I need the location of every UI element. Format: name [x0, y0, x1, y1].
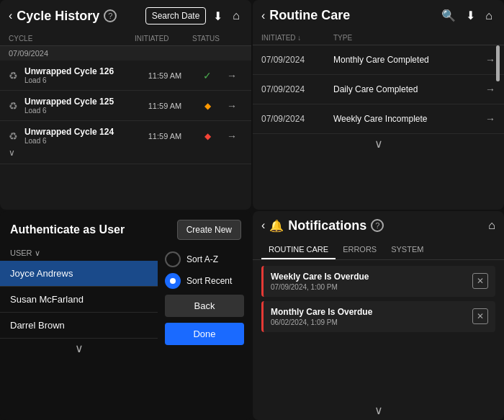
- cycle-name: Unwrapped Cycle 125: [24, 97, 133, 107]
- list-item[interactable]: 07/09/2024 Daily Care Completed →: [253, 75, 504, 104]
- auth-title: Authenticate as User: [10, 223, 125, 236]
- notifications-list: Weekly Care Is Overdue 07/09/2024, 1:00 …: [253, 260, 504, 401]
- list-item[interactable]: 07/09/2024 Weekly Care Incomplete →: [253, 104, 504, 134]
- cycle-biohazard-icon: ♻: [9, 70, 22, 81]
- col-cycle: CYCLE: [9, 35, 135, 43]
- cycle-expand-icon[interactable]: ∨: [9, 148, 22, 158]
- cycle-date-group: 07/09/2024: [0, 46, 251, 61]
- notif-content: Weekly Care Is Overdue 07/09/2024, 1:00 …: [271, 272, 369, 291]
- notif-home-icon[interactable]: ⌂: [488, 219, 495, 232]
- col-status: STATUS: [192, 35, 243, 43]
- table-row[interactable]: ♻ Unwrapped Cycle 124 Load 6 11:59 AM ◆ …: [0, 121, 251, 164]
- routine-type: Weekly Care Incomplete: [333, 114, 474, 124]
- routine-col-type: TYPE: [333, 34, 474, 42]
- cycle-time: 11:59 AM: [136, 132, 194, 140]
- cycle-name: Unwrapped Cycle 124: [24, 127, 133, 137]
- notif-help-icon[interactable]: ?: [371, 219, 384, 232]
- routine-table-header: INITIATED ↓ TYPE: [253, 31, 504, 45]
- routine-care-panel: ‹ Routine Care 🔍 ⬇ ⌂ INITIATED ↓ TYPE 07…: [253, 0, 504, 210]
- scrollbar[interactable]: [496, 45, 500, 81]
- tab-errors[interactable]: ERRORS: [336, 241, 384, 259]
- cycle-arrow-icon[interactable]: →: [221, 100, 243, 112]
- sort-recent-radio[interactable]: [165, 273, 181, 289]
- cycle-sub: Load 6: [24, 107, 133, 115]
- auth-done-button[interactable]: Done: [165, 323, 244, 345]
- cycle-biohazard-icon: ♻: [9, 100, 22, 112]
- notif-title: Monthly Care Is Overdue: [271, 307, 372, 317]
- routine-date: 07/09/2024: [261, 55, 333, 65]
- routine-download-icon[interactable]: ⬇: [463, 7, 478, 24]
- user-dropdown-icon[interactable]: ∨: [35, 249, 40, 258]
- search-date-button[interactable]: Search Date: [145, 7, 207, 24]
- cycle-help-icon[interactable]: ?: [104, 9, 117, 22]
- cycle-download-icon[interactable]: ⬇: [210, 8, 225, 24]
- routine-date: 07/09/2024: [261, 114, 333, 124]
- notifications-title: Notifications: [288, 218, 366, 233]
- routine-arrow-icon[interactable]: →: [474, 84, 495, 95]
- user-label: USER ∨: [0, 246, 158, 261]
- sort-az-radio[interactable]: [165, 251, 181, 267]
- cycle-back-icon[interactable]: ‹: [9, 9, 12, 22]
- list-item[interactable]: Darrel Brown: [0, 313, 158, 339]
- auth-header: Authenticate as User Create New: [0, 211, 251, 246]
- cycle-status-warning: ◆: [197, 101, 218, 111]
- notif-date: 06/02/2024, 1:09 PM: [271, 318, 372, 326]
- sort-az-label: Sort A-Z: [186, 254, 218, 264]
- cycle-history-panel: ‹ Cycle History ? Search Date ⬇ ⌂ CYCLE …: [0, 0, 251, 210]
- cycle-biohazard-icon: ♻: [9, 130, 22, 142]
- cycle-arrow-icon[interactable]: →: [221, 70, 243, 81]
- routine-care-title: Routine Care: [269, 8, 434, 23]
- notif-close-button[interactable]: ✕: [472, 308, 488, 324]
- cycle-table-header: CYCLE INITIATED STATUS: [0, 32, 251, 46]
- user-list-chevron[interactable]: ∨: [0, 339, 158, 358]
- notif-close-button[interactable]: ✕: [472, 273, 488, 289]
- list-item[interactable]: Susan McFarland: [0, 287, 158, 313]
- notif-chevron-down[interactable]: ∨: [253, 401, 504, 420]
- cycle-time: 11:59 AM: [136, 71, 194, 80]
- notif-title: Weekly Care Is Overdue: [271, 272, 369, 282]
- cycle-arrow-icon[interactable]: →: [221, 130, 243, 142]
- cycle-info: Unwrapped Cycle 126 Load 6: [24, 66, 133, 84]
- notif-date: 07/09/2024, 1:00 PM: [271, 283, 369, 291]
- col-initiated: INITIATED: [135, 35, 192, 43]
- routine-type: Daily Care Completed: [333, 84, 474, 94]
- list-item[interactable]: Joyce Andrews: [0, 261, 158, 287]
- cycle-name: Unwrapped Cycle 126: [24, 66, 133, 76]
- auth-back-button[interactable]: Back: [165, 295, 244, 317]
- cycle-status-check: ✓: [197, 70, 218, 81]
- sort-az-option[interactable]: Sort A-Z: [165, 251, 244, 267]
- bell-icon: 🔔: [269, 219, 284, 233]
- routine-arrow-icon[interactable]: →: [474, 113, 495, 125]
- list-item: Monthly Care Is Overdue 06/02/2024, 1:09…: [261, 301, 495, 332]
- tab-system[interactable]: SYSTEM: [384, 241, 431, 259]
- routine-arrow-icon[interactable]: →: [474, 54, 495, 66]
- list-item[interactable]: 07/09/2024 Monthly Care Completed →: [253, 45, 504, 75]
- create-new-button[interactable]: Create New: [177, 220, 241, 240]
- cycle-sub: Load 6: [24, 137, 133, 145]
- cycle-home-icon[interactable]: ⌂: [230, 8, 243, 24]
- cycle-time: 11:59 AM: [136, 102, 194, 110]
- cycle-status-error: ◆: [197, 131, 218, 141]
- auth-content: USER ∨ Joyce Andrews Susan McFarland Dar…: [0, 246, 251, 421]
- authenticate-panel: Authenticate as User Create New USER ∨ J…: [0, 211, 251, 421]
- routine-care-header: ‹ Routine Care 🔍 ⬇ ⌂: [253, 0, 504, 31]
- table-row[interactable]: ♻ Unwrapped Cycle 125 Load 6 11:59 AM ◆ …: [0, 91, 251, 121]
- routine-back-icon[interactable]: ‹: [261, 9, 265, 22]
- tab-routine-care[interactable]: ROUTINE CARE: [261, 241, 336, 259]
- sort-recent-label: Sort Recent: [186, 276, 232, 286]
- cycle-sub: Load 6: [24, 76, 133, 84]
- cycle-history-title: Cycle History: [17, 9, 99, 24]
- table-row[interactable]: ♻ Unwrapped Cycle 126 Load 6 11:59 AM ✓ …: [0, 61, 251, 91]
- cycle-history-header: ‹ Cycle History ? Search Date ⬇ ⌂: [0, 0, 251, 32]
- notif-tabs: ROUTINE CARE ERRORS SYSTEM: [253, 241, 504, 260]
- routine-type: Monthly Care Completed: [333, 55, 474, 65]
- notifications-panel: ‹ 🔔 Notifications ? ⌂ ROUTINE CARE ERROR…: [253, 211, 504, 421]
- routine-col-initiated: INITIATED ↓: [261, 34, 333, 42]
- sort-actions: Sort A-Z Sort Recent Back Done: [158, 246, 251, 421]
- notif-back-icon[interactable]: ‹: [261, 219, 265, 232]
- chevron-down-icon[interactable]: ∨: [253, 134, 504, 153]
- routine-home-icon[interactable]: ⌂: [482, 8, 495, 24]
- notifications-header: ‹ 🔔 Notifications ? ⌂: [253, 211, 504, 241]
- sort-recent-option[interactable]: Sort Recent: [165, 273, 244, 289]
- routine-search-icon[interactable]: 🔍: [438, 7, 459, 24]
